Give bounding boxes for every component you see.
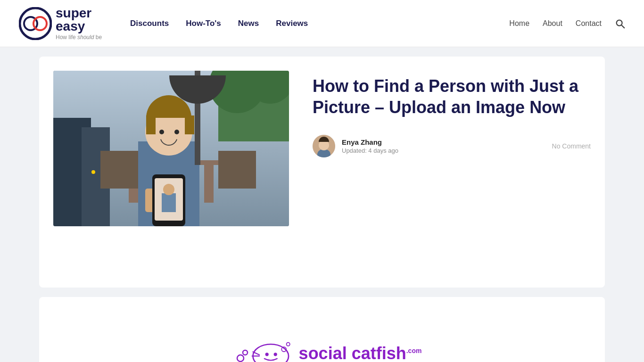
nav-news[interactable]: News <box>238 19 259 28</box>
svg-line-4 <box>621 25 624 28</box>
catfish-brand-name: social catfish.com <box>299 345 422 362</box>
svg-point-2 <box>33 17 47 30</box>
author-details: Enya Zhang Updated: 4 days ago <box>342 138 545 154</box>
article-card: How to Find a Person with Just a Picture… <box>39 57 605 288</box>
author-avatar <box>313 135 335 157</box>
article-title: How to Find a Person with Just a Picture… <box>313 75 591 118</box>
logo-title: super easy <box>56 7 102 33</box>
logo-easy: easy <box>56 19 85 33</box>
catfish-name-col: social catfish.com FIND PEOPLE • VERIFIE… <box>299 345 422 362</box>
no-comment-label: No Comment <box>552 142 591 150</box>
site-logo[interactable]: super easy How life should be <box>19 7 102 41</box>
nav-home[interactable]: Home <box>509 19 529 28</box>
catfish-icon-row: social catfish.com FIND PEOPLE • VERIFIE… <box>251 339 422 362</box>
nav-howtos[interactable]: How-To's <box>186 19 221 28</box>
nav-reviews[interactable]: Reviews <box>276 19 308 28</box>
search-icon <box>615 18 625 29</box>
svg-point-6 <box>237 355 244 362</box>
article-info: How to Find a Person with Just a Picture… <box>313 71 591 157</box>
logo-tagline: How life should be <box>56 34 102 41</box>
logo-icon <box>19 7 52 40</box>
full-article-area: social catfish.com FIND PEOPLE • VERIFIE… <box>39 297 605 362</box>
author-row: Enya Zhang Updated: 4 days ago No Commen… <box>313 135 591 157</box>
nav-discounts[interactable]: Discounts <box>130 19 169 28</box>
content-wrapper: How to Find a Person with Just a Picture… <box>20 57 624 362</box>
logo-text: super easy How life should be <box>56 7 102 41</box>
catfish-bubble-svg <box>251 339 293 362</box>
right-nav: Home About Contact <box>509 18 625 29</box>
main-nav: Discounts How-To's News Reviews <box>130 19 509 28</box>
search-button[interactable] <box>615 18 625 29</box>
svg-point-11 <box>273 353 277 356</box>
svg-point-10 <box>265 353 268 356</box>
social-catfish-logo: social catfish.com FIND PEOPLE • VERIFIE… <box>67 339 577 362</box>
featured-image <box>53 71 289 226</box>
author-updated: Updated: 4 days ago <box>342 147 545 154</box>
logo-super: super <box>56 6 91 20</box>
nav-about[interactable]: About <box>543 19 562 28</box>
site-header: super easy How life should be Discounts … <box>0 0 644 47</box>
svg-point-5 <box>243 350 248 355</box>
promo-box: social catfish.com FIND PEOPLE • VERIFIE… <box>53 321 591 362</box>
catfish-dots-icon <box>223 349 251 362</box>
nav-contact[interactable]: Contact <box>576 19 602 28</box>
author-name: Enya Zhang <box>342 138 545 146</box>
svg-point-12 <box>286 343 289 346</box>
